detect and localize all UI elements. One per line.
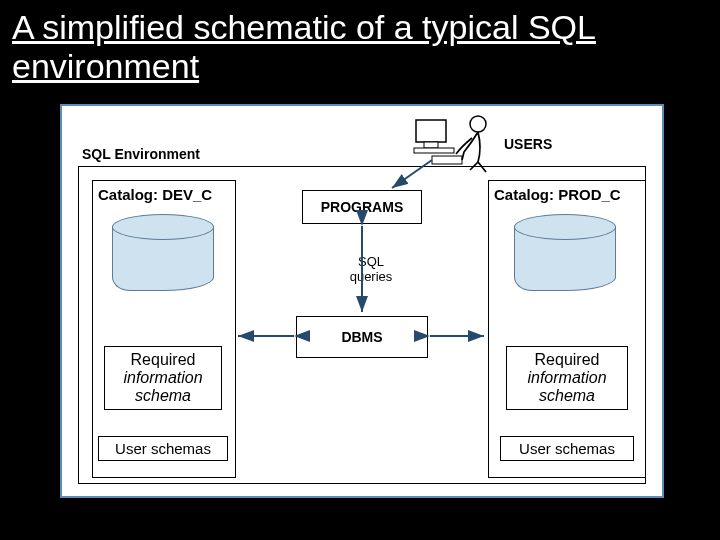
svg-point-4 (470, 116, 486, 132)
programs-box: PROGRAMS (302, 190, 422, 224)
svg-rect-2 (414, 148, 454, 153)
diagram-frame: SQL Environment Catalog: DEV_C Required … (60, 104, 664, 498)
user-schemas-right: User schemas (500, 436, 634, 461)
svg-rect-3 (432, 156, 462, 164)
catalog-left-label: Catalog: DEV_C (98, 186, 212, 203)
page-title: A simplified schematic of a typical SQL … (0, 0, 720, 90)
svg-rect-1 (424, 142, 438, 148)
required-info-schema-left: Required information schema (104, 346, 222, 410)
user-icon (412, 112, 502, 180)
svg-rect-0 (416, 120, 446, 142)
sql-queries-label: SQL queries (346, 254, 396, 284)
dbms-box: DBMS (296, 316, 428, 358)
db-cylinder-left (112, 226, 212, 291)
users-label: USERS (504, 136, 552, 152)
sql-environment-label: SQL Environment (82, 146, 200, 162)
catalog-right-label: Catalog: PROD_C (494, 186, 621, 203)
user-schemas-left: User schemas (98, 436, 228, 461)
db-cylinder-right (514, 226, 614, 291)
required-info-schema-right: Required information schema (506, 346, 628, 410)
